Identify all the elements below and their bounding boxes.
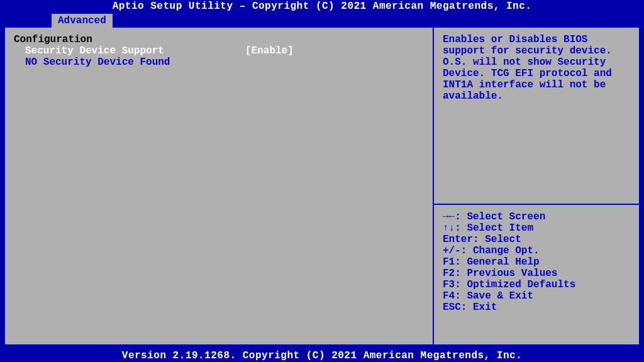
setting-security-device-support[interactable]: Security Device Support [Enable] [14,45,424,57]
info-no-security-device: NO Security Device Found [14,57,424,68]
footer-bar: Version 2.19.1268. Copyright (C) 2021 Am… [0,349,644,362]
help-text: Enables or Disables BIOS support for sec… [443,34,630,160]
panel-wrap: Configuration Security Device Support [E… [4,26,640,346]
key-change-opt: +/-: Change Opt. [443,245,630,256]
key-general-help: F1: General Help [443,256,630,268]
key-optimized-defaults: F3: Optimized Defaults [443,279,630,290]
main-area: Configuration Security Device Support [E… [0,26,644,349]
key-select-screen: →←: Select Screen [443,211,630,222]
help-panel: Enables or Disables BIOS support for sec… [434,28,639,344]
section-title: Configuration [14,34,424,45]
tab-row: Advanced [0,13,644,26]
title-bar: Aptio Setup Utility – Copyright (C) 2021… [0,0,644,13]
key-select-item: ↑↓: Select Item [443,222,630,234]
setting-value[interactable]: [Enable] [245,45,294,57]
tab-advanced[interactable]: Advanced [50,13,114,28]
setting-label: Security Device Support [14,45,245,57]
key-help: →←: Select Screen ↑↓: Select Item Enter:… [443,211,630,313]
key-save-exit: F4: Save & Exit [443,290,630,302]
key-enter: Enter: Select [443,234,630,245]
divider [434,204,639,205]
key-previous-values: F2: Previous Values [443,268,630,279]
settings-panel: Configuration Security Device Support [E… [5,28,434,344]
key-esc-exit: ESC: Exit [443,302,630,313]
